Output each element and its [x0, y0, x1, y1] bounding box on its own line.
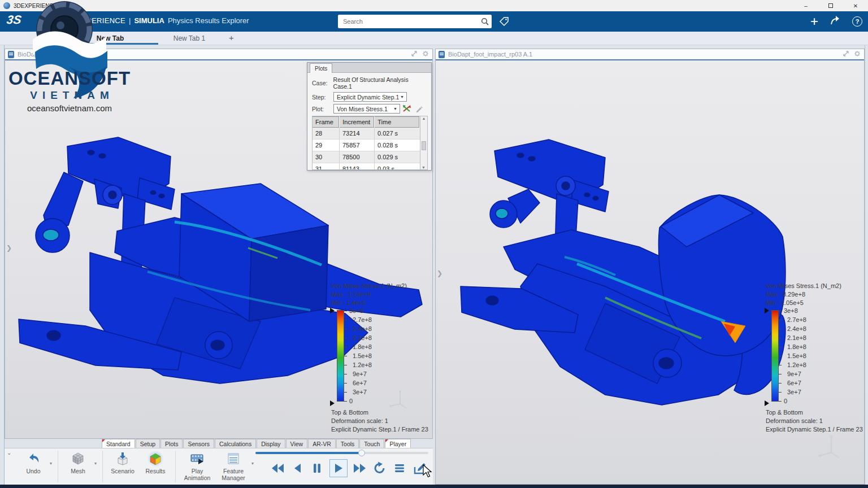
- ribbon-tab-display[interactable]: Display: [257, 439, 285, 448]
- animation-progress-slider[interactable]: [255, 450, 428, 456]
- plots-tab[interactable]: Plots: [310, 63, 332, 73]
- add-tab-icon[interactable]: +: [229, 33, 234, 42]
- undo-button[interactable]: Undo: [17, 451, 50, 474]
- search-box[interactable]: [338, 15, 492, 28]
- ribbon-tab-standard[interactable]: Standard: [102, 439, 135, 448]
- go-to-start-button[interactable]: [270, 461, 285, 476]
- legend-tick: 9e+7: [349, 370, 367, 378]
- play-animation-button[interactable]: Play Animation: [179, 451, 215, 481]
- update-plot-icon[interactable]: [402, 104, 412, 114]
- legend-title: Von Mises Stress.1 (N_m2): [766, 282, 864, 290]
- legend-deformation: Deformation scale: 1: [331, 417, 432, 425]
- legend-ticks: 3e+8 2.7e+8 2.4e+8 2.1e+8 1.8e+8 1.5e+8 …: [779, 308, 806, 404]
- cell-time: 0.03 s: [375, 163, 420, 170]
- mesh-label: Mesh: [71, 468, 85, 474]
- scrollbar-thumb[interactable]: [422, 141, 426, 150]
- viewport-right-title-bar[interactable]: BioDapt_foot_impact_rp03 A.1: [436, 49, 864, 60]
- legend-max: Max : 1.24e+9: [331, 290, 432, 299]
- viewport-left-title-bar[interactable]: BioDapt_foot_impact_rp03 A.1: [5, 49, 432, 60]
- maximize-viewport-icon[interactable]: [843, 50, 849, 57]
- legend-tick: 0: [349, 397, 353, 406]
- maximize-button[interactable]: [818, 0, 843, 11]
- brand-bar: 3S 3DEXPERIENCE|SIMULIAPhysics Results E…: [0, 11, 868, 32]
- step-dropdown[interactable]: Explicit Dynamic Step.1 ▼: [333, 92, 407, 102]
- results-button[interactable]: Results: [139, 451, 172, 474]
- undo-icon: [25, 451, 41, 467]
- viewport-options-gear-icon[interactable]: [854, 50, 861, 57]
- tab-new-tab[interactable]: New Tab: [79, 32, 141, 45]
- legend-tick: 6e+7: [784, 379, 801, 387]
- table-row[interactable]: 31 81143 0.03 s: [313, 163, 420, 170]
- frame-list-button[interactable]: [392, 461, 407, 476]
- slider-fill: [255, 452, 362, 454]
- previous-frame-button[interactable]: [290, 461, 305, 476]
- close-icon: ✕: [853, 3, 858, 9]
- table-row[interactable]: 28 73214 0.027 s: [313, 128, 420, 140]
- loop-button[interactable]: [372, 461, 387, 476]
- ribbon-tab-setup[interactable]: Setup: [136, 439, 160, 448]
- col-header-frame[interactable]: Frame: [313, 116, 339, 128]
- feature-manager-button[interactable]: Feature Manager: [215, 451, 251, 481]
- viewport-right-title: BioDapt_foot_impact_rp03 A.1: [448, 51, 532, 58]
- ribbon-tab-touch[interactable]: Touch: [359, 439, 384, 448]
- ribbon-tab-calculations[interactable]: Calculations: [215, 439, 256, 448]
- pause-button[interactable]: [310, 461, 324, 476]
- legend-step-frame: Explicit Dynamic Step.1 / Frame 23: [766, 425, 864, 434]
- title-separator: |: [129, 16, 131, 25]
- cell-time: 0.029 s: [375, 151, 420, 163]
- scroll-up-icon[interactable]: ▲: [422, 116, 426, 120]
- ribbon-tab-player[interactable]: Player: [385, 439, 411, 448]
- plot-label: Plot:: [312, 106, 333, 112]
- col-header-time[interactable]: Time: [375, 116, 419, 128]
- table-scrollbar[interactable]: ▲ ▼: [420, 116, 428, 170]
- chevron-down-icon[interactable]: ▾: [251, 461, 254, 466]
- play-button[interactable]: [329, 459, 348, 477]
- scenario-button[interactable]: Scenario: [106, 451, 139, 474]
- mesh-button[interactable]: Mesh: [62, 451, 94, 474]
- undo-label: Undo: [26, 468, 40, 474]
- edit-plot-pencil-icon[interactable]: [414, 104, 424, 114]
- add-content-icon[interactable]: +: [810, 16, 818, 27]
- ribbon-tab-tools[interactable]: Tools: [336, 439, 359, 448]
- legend-colorbar: [337, 310, 344, 402]
- scroll-down-icon[interactable]: ▼: [422, 165, 426, 169]
- collapse-toolbar-icon[interactable]: ⌄: [7, 450, 11, 456]
- tag-icon[interactable]: [498, 16, 510, 27]
- legend-tick: 9e+7: [784, 370, 801, 378]
- search-input[interactable]: [338, 18, 478, 25]
- table-row[interactable]: 30 78500 0.029 s: [313, 151, 420, 163]
- application-window: 3DEXPERIENCE – ✕ 3S 3DEXPERIENCE|SIMULIA…: [0, 0, 868, 488]
- 3ds-logo[interactable]: 3S: [6, 13, 22, 27]
- help-icon[interactable]: ?: [852, 16, 862, 27]
- ribbon-tab-plots[interactable]: Plots: [160, 439, 183, 448]
- frame-table[interactable]: Frame Increment Time 28 73214 0.027 s 29…: [312, 116, 420, 170]
- maximize-viewport-icon[interactable]: [411, 50, 418, 57]
- legend-bottom-marker[interactable]: [330, 400, 337, 406]
- feature-manager-icon: [225, 451, 241, 467]
- legend-top-marker[interactable]: [765, 308, 772, 313]
- chevron-down-icon[interactable]: ▾: [50, 461, 52, 466]
- legend-tick: 3e+7: [349, 388, 367, 396]
- search-icon[interactable]: [478, 15, 492, 28]
- ribbon-tab-sensors[interactable]: Sensors: [183, 439, 214, 448]
- share-icon[interactable]: [830, 15, 841, 28]
- minimize-button[interactable]: –: [793, 0, 818, 11]
- legend-bottom-marker[interactable]: [765, 400, 772, 406]
- col-header-increment[interactable]: Increment: [340, 116, 374, 128]
- legend-title: Von Mises Stress.1 (N_m2): [331, 282, 432, 290]
- plot-dropdown[interactable]: Von Mises Stress.1 ▼: [333, 104, 400, 114]
- next-frame-button[interactable]: [353, 461, 367, 476]
- ribbon-tab-view[interactable]: View: [286, 439, 308, 448]
- tab-new-tab-1[interactable]: New Tab 1: [170, 32, 209, 45]
- viewport-options-gear-icon[interactable]: [422, 50, 429, 57]
- cell-increment: 75857: [340, 140, 375, 151]
- slider-thumb[interactable]: [358, 450, 365, 456]
- cell-time: 0.028 s: [375, 140, 420, 151]
- chevron-down-icon[interactable]: ▾: [94, 461, 97, 466]
- table-row[interactable]: 29 75857 0.028 s: [313, 140, 420, 151]
- canvas-right[interactable]: ❯: [436, 60, 864, 484]
- close-button[interactable]: ✕: [843, 0, 868, 11]
- legend-top-marker[interactable]: [330, 308, 337, 313]
- ribbon-tab-ar-vr[interactable]: AR-VR: [308, 439, 336, 448]
- legend-tick: 1.2e+8: [784, 361, 806, 369]
